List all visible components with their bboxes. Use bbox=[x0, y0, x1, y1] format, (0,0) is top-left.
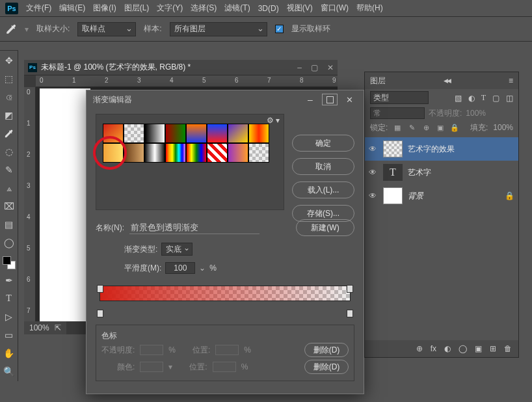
preset-swatch[interactable] bbox=[103, 143, 124, 163]
position-field[interactable] bbox=[213, 362, 236, 372]
brush-tool-icon[interactable]: ✎ bbox=[2, 163, 16, 177]
layer-item[interactable]: 👁 T 艺术字 bbox=[365, 161, 518, 184]
layer-name[interactable]: 艺术字的效果 bbox=[408, 144, 455, 155]
filter-text-icon[interactable]: T bbox=[481, 93, 486, 103]
preset-swatch[interactable] bbox=[103, 124, 124, 143]
ok-button[interactable]: 确定 bbox=[292, 135, 354, 152]
color-stop-right[interactable] bbox=[347, 310, 353, 317]
menu-type[interactable]: 文字(Y) bbox=[157, 3, 183, 14]
layer-thumbnail[interactable] bbox=[383, 141, 403, 157]
sample-size-select[interactable]: 取样点 bbox=[77, 22, 136, 36]
menu-view[interactable]: 视图(V) bbox=[287, 3, 313, 14]
preset-swatch[interactable] bbox=[124, 143, 144, 163]
delete-layer-icon[interactable]: 🗑 bbox=[504, 344, 512, 353]
filter-smart-icon[interactable]: ◫ bbox=[506, 94, 513, 103]
gradient-bar[interactable] bbox=[100, 286, 351, 301]
opacity-stop-left[interactable] bbox=[97, 285, 103, 293]
lock-move-icon[interactable]: ⊕ bbox=[421, 123, 431, 132]
menu-3d[interactable]: 3D(D) bbox=[258, 4, 279, 13]
layers-panel-header[interactable]: 图层 ◀◀ ≡ bbox=[365, 72, 518, 89]
menu-help[interactable]: 帮助(H) bbox=[356, 3, 383, 14]
menu-layer[interactable]: 图层(L) bbox=[124, 3, 150, 14]
color-stop-left[interactable] bbox=[97, 310, 103, 317]
spot-heal-tool-icon[interactable]: ◌ bbox=[2, 144, 16, 159]
minimize-icon[interactable]: – bbox=[297, 63, 302, 72]
visibility-toggle-icon[interactable]: 👁 bbox=[369, 144, 378, 154]
layer-filter-select[interactable]: 类型 bbox=[370, 91, 429, 104]
layer-thumbnail[interactable]: T bbox=[383, 164, 403, 181]
link-layers-icon[interactable]: ⊕ bbox=[416, 344, 423, 353]
visibility-toggle-icon[interactable]: 👁 bbox=[369, 168, 378, 177]
ellipse-tool-icon[interactable]: ◯ bbox=[2, 235, 16, 250]
preset-swatch[interactable] bbox=[165, 124, 186, 143]
lock-all-icon[interactable]: 🔒 bbox=[450, 123, 459, 132]
eraser-tool-icon[interactable]: ⌧ bbox=[2, 199, 16, 213]
layer-mask-icon[interactable]: ◐ bbox=[444, 344, 451, 353]
zoom-tool-icon[interactable]: 🔍 bbox=[2, 364, 16, 379]
menu-window[interactable]: 窗口(W) bbox=[321, 3, 349, 14]
lasso-tool-icon[interactable]: ⟃ bbox=[2, 90, 16, 104]
hand-tool-icon[interactable]: ✋ bbox=[2, 346, 16, 360]
layer-item[interactable]: 👁 艺术字的效果 bbox=[365, 137, 518, 161]
layer-item[interactable]: 👁 背景 🔒 bbox=[365, 184, 518, 208]
save-button[interactable]: 存储(S)... bbox=[292, 205, 354, 222]
preset-swatch[interactable] bbox=[248, 143, 269, 163]
gradient-name-input[interactable] bbox=[129, 221, 259, 234]
close-icon[interactable]: ✕ bbox=[327, 63, 334, 72]
gradient-type-select[interactable]: 实底 bbox=[161, 243, 193, 256]
lock-icon[interactable]: 🔒 bbox=[505, 191, 514, 200]
path-tool-icon[interactable]: ▷ bbox=[2, 310, 16, 324]
preset-swatch[interactable] bbox=[124, 124, 144, 143]
layer-thumbnail[interactable] bbox=[383, 187, 403, 204]
preset-swatch[interactable] bbox=[207, 124, 228, 143]
marquee-tool-icon[interactable]: ⬚ bbox=[2, 72, 16, 86]
color-field[interactable] bbox=[140, 362, 163, 372]
collapse-icon[interactable]: ◀◀ bbox=[444, 77, 450, 84]
preset-swatch[interactable] bbox=[144, 124, 165, 143]
opacity-field[interactable] bbox=[140, 345, 163, 355]
delete-color-button[interactable]: 删除(D) bbox=[304, 360, 349, 374]
dialog-close-icon[interactable] bbox=[341, 94, 357, 105]
fill-value[interactable]: 100% bbox=[493, 123, 513, 132]
gradient-preview[interactable] bbox=[96, 286, 354, 317]
share-icon[interactable]: ⇱ bbox=[55, 323, 61, 332]
filter-shape-icon[interactable]: ▢ bbox=[492, 94, 499, 103]
menu-select[interactable]: 选择(S) bbox=[191, 3, 217, 14]
text-tool-icon[interactable]: T bbox=[2, 291, 16, 306]
preset-swatch[interactable] bbox=[165, 143, 186, 163]
document-titlebar[interactable]: Ps 未标题-1 @ 100% (艺术字的效果, RGB/8) * – ▢ ✕ bbox=[24, 60, 338, 75]
presets-settings-icon[interactable]: ⚙ ▾ bbox=[267, 116, 280, 125]
layer-name[interactable]: 艺术字 bbox=[408, 167, 431, 178]
gradient-tool-icon[interactable]: ▤ bbox=[2, 217, 16, 232]
preset-swatch[interactable] bbox=[186, 143, 207, 163]
layer-fx-icon[interactable]: fx bbox=[431, 344, 436, 353]
menu-image[interactable]: 图像(I) bbox=[93, 3, 116, 14]
menu-filter[interactable]: 滤镜(T) bbox=[224, 3, 250, 14]
filter-image-icon[interactable]: ▧ bbox=[455, 94, 462, 103]
zoom-level[interactable]: 100% bbox=[29, 323, 49, 332]
dialog-titlebar[interactable]: 渐变编辑器 bbox=[86, 90, 364, 109]
foreground-background-colors[interactable] bbox=[3, 256, 16, 269]
menu-file[interactable]: 文件(F) bbox=[26, 3, 51, 14]
blend-mode-select[interactable]: 常 bbox=[370, 107, 425, 119]
load-button[interactable]: 载入(L)... bbox=[292, 181, 354, 198]
lock-brush-icon[interactable]: ✎ bbox=[407, 123, 416, 132]
lock-pixels-icon[interactable]: ▦ bbox=[393, 123, 402, 132]
position-field[interactable] bbox=[215, 345, 239, 355]
preset-swatch[interactable] bbox=[207, 143, 228, 163]
show-ring-checkbox[interactable]: ✓ bbox=[275, 25, 284, 33]
preset-swatch[interactable] bbox=[144, 143, 165, 163]
move-tool-icon[interactable]: ✥ bbox=[2, 53, 16, 68]
eyedropper-icon[interactable] bbox=[5, 23, 17, 35]
foreground-color-swatch[interactable] bbox=[3, 256, 11, 265]
visibility-toggle-icon[interactable]: 👁 bbox=[369, 191, 378, 200]
preset-swatch[interactable] bbox=[186, 124, 207, 143]
adjustment-layer-icon[interactable]: ◯ bbox=[459, 344, 467, 353]
pen-tool-icon[interactable]: ✒ bbox=[2, 273, 16, 288]
preset-swatch[interactable] bbox=[228, 124, 248, 143]
maximize-icon[interactable]: ▢ bbox=[311, 63, 318, 72]
opacity-stop-right[interactable] bbox=[347, 285, 353, 293]
group-layers-icon[interactable]: ▣ bbox=[475, 344, 482, 353]
smoothness-input[interactable]: 100 bbox=[165, 262, 195, 274]
stamp-tool-icon[interactable]: ⟁ bbox=[2, 181, 16, 195]
